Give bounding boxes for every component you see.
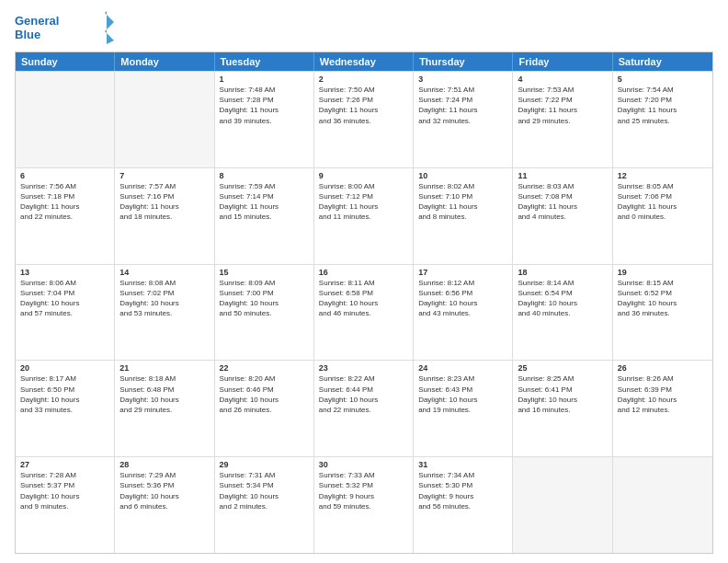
cell-line: Sunset: 5:32 PM — [319, 480, 408, 490]
calendar-week-0: 1Sunrise: 7:48 AMSunset: 7:28 PMDaylight… — [16, 71, 712, 167]
cell-line: Sunset: 6:39 PM — [618, 385, 708, 395]
cell-line: Sunset: 6:44 PM — [319, 385, 408, 395]
cell-line: Daylight: 10 hours — [518, 395, 607, 405]
cell-line: Sunrise: 7:34 AM — [418, 470, 507, 480]
cell-line: and 8 minutes. — [418, 212, 507, 222]
calendar-cell: 2Sunrise: 7:50 AMSunset: 7:26 PMDaylight… — [314, 72, 414, 167]
cell-line: Sunset: 7:24 PM — [418, 95, 507, 105]
cell-line: Daylight: 9 hours — [418, 491, 507, 501]
cell-line: Sunrise: 8:20 AM — [220, 373, 309, 384]
cell-line: Sunrise: 7:51 AM — [418, 85, 507, 95]
cell-line: and 39 minutes. — [220, 116, 309, 126]
cell-line: Daylight: 10 hours — [618, 395, 708, 405]
day-number: 2 — [319, 75, 408, 84]
calendar-cell: 30Sunrise: 7:33 AMSunset: 5:32 PMDayligh… — [314, 457, 414, 553]
calendar-cell: 29Sunrise: 7:31 AMSunset: 5:34 PMDayligh… — [215, 457, 314, 553]
cell-line: Daylight: 10 hours — [20, 298, 109, 308]
cell-line: Sunset: 7:20 PM — [618, 95, 708, 105]
day-number: 5 — [618, 75, 708, 84]
cell-line: Sunrise: 8:17 AM — [20, 373, 109, 384]
cell-line: Sunset: 7:04 PM — [20, 288, 109, 298]
day-number: 7 — [119, 171, 209, 180]
cell-line: Sunrise: 8:14 AM — [518, 278, 607, 288]
calendar-cell: 18Sunrise: 8:14 AMSunset: 6:54 PMDayligh… — [513, 265, 612, 361]
cell-line: Daylight: 11 hours — [319, 105, 408, 115]
cell-line: and 11 minutes. — [319, 212, 408, 222]
day-number: 15 — [220, 268, 309, 277]
cell-line: and 26 minutes. — [220, 405, 309, 415]
cell-line: and 56 minutes. — [418, 501, 507, 511]
cell-line: Sunrise: 8:11 AM — [319, 278, 408, 288]
calendar-cell: 28Sunrise: 7:29 AMSunset: 5:36 PMDayligh… — [115, 457, 214, 553]
calendar-cell — [16, 72, 115, 167]
cell-line: Daylight: 10 hours — [220, 491, 309, 501]
header: General Blue — [15, 11, 713, 44]
cell-line: and 9 minutes. — [20, 501, 109, 511]
calendar-cell: 26Sunrise: 8:26 AMSunset: 6:39 PMDayligh… — [613, 361, 712, 456]
logo: General Blue — [15, 11, 116, 44]
calendar-cell — [613, 457, 712, 553]
cell-line: Daylight: 11 hours — [220, 201, 309, 212]
cell-line: and 29 minutes. — [518, 116, 607, 126]
cell-line: Sunset: 6:46 PM — [220, 385, 309, 395]
day-number: 21 — [119, 363, 209, 373]
cell-line: Sunrise: 7:28 AM — [20, 470, 109, 480]
cell-line: Sunrise: 8:06 AM — [20, 278, 109, 288]
day-number: 1 — [220, 75, 309, 84]
cell-line: Sunset: 5:36 PM — [119, 480, 209, 490]
cell-line: Sunset: 5:34 PM — [220, 480, 309, 490]
cell-line: Sunrise: 7:59 AM — [220, 181, 309, 191]
cell-line: Sunset: 6:43 PM — [418, 385, 507, 395]
calendar-body: 1Sunrise: 7:48 AMSunset: 7:28 PMDaylight… — [16, 71, 712, 553]
cell-line: and 22 minutes. — [319, 405, 408, 415]
cell-line: Sunrise: 7:53 AM — [518, 85, 607, 95]
day-number: 26 — [618, 363, 708, 373]
calendar-cell — [115, 72, 214, 167]
cell-line: Sunset: 7:08 PM — [518, 191, 607, 201]
cell-line: Daylight: 11 hours — [220, 105, 309, 115]
cell-line: Sunrise: 8:15 AM — [618, 278, 708, 288]
logo-svg: General Blue — [15, 11, 116, 44]
header-day-sunday: Sunday — [16, 52, 115, 71]
calendar-cell: 3Sunrise: 7:51 AMSunset: 7:24 PMDaylight… — [414, 72, 513, 167]
cell-line: Sunset: 7:02 PM — [119, 288, 209, 298]
calendar-cell — [513, 457, 612, 553]
svg-text:Blue: Blue — [15, 28, 40, 41]
day-number: 6 — [20, 171, 109, 180]
cell-line: Sunrise: 7:57 AM — [119, 181, 209, 191]
cell-line: Sunrise: 8:09 AM — [220, 278, 309, 288]
cell-line: Sunrise: 8:12 AM — [418, 278, 507, 288]
header-day-monday: Monday — [115, 52, 214, 71]
cell-line: and 4 minutes. — [518, 212, 607, 222]
cell-line: Daylight: 10 hours — [119, 298, 209, 308]
cell-line: Sunrise: 7:31 AM — [220, 470, 309, 480]
cell-line: and 15 minutes. — [220, 212, 309, 222]
cell-line: Sunrise: 7:54 AM — [618, 85, 708, 95]
cell-line: Sunset: 7:06 PM — [618, 191, 708, 201]
day-number: 10 — [418, 171, 507, 180]
day-number: 25 — [518, 363, 607, 373]
cell-line: Sunrise: 7:48 AM — [220, 85, 309, 95]
day-number: 9 — [319, 171, 408, 180]
cell-line: and 22 minutes. — [20, 212, 109, 222]
cell-line: Sunset: 6:50 PM — [20, 385, 109, 395]
cell-line: Daylight: 11 hours — [418, 105, 507, 115]
cell-line: and 57 minutes. — [20, 308, 109, 318]
cell-line: Sunset: 7:12 PM — [319, 191, 408, 201]
day-number: 8 — [220, 171, 309, 180]
cell-line: and 40 minutes. — [518, 308, 607, 318]
calendar-cell: 17Sunrise: 8:12 AMSunset: 6:56 PMDayligh… — [414, 265, 513, 361]
cell-line: Sunrise: 8:08 AM — [119, 278, 209, 288]
cell-line: Sunset: 6:54 PM — [518, 288, 607, 298]
day-number: 29 — [220, 460, 309, 469]
cell-line: Sunset: 7:26 PM — [319, 95, 408, 105]
cell-line: and 25 minutes. — [618, 116, 708, 126]
calendar-cell: 31Sunrise: 7:34 AMSunset: 5:30 PMDayligh… — [414, 457, 513, 553]
calendar-cell: 21Sunrise: 8:18 AMSunset: 6:48 PMDayligh… — [115, 361, 214, 456]
cell-line: and 6 minutes. — [119, 501, 209, 511]
cell-line: and 29 minutes. — [119, 405, 209, 415]
cell-line: Sunrise: 8:05 AM — [618, 181, 708, 191]
calendar-cell: 11Sunrise: 8:03 AMSunset: 7:08 PMDayligh… — [513, 168, 612, 264]
cell-line: Daylight: 11 hours — [119, 201, 209, 212]
cell-line: Sunset: 7:14 PM — [220, 191, 309, 201]
